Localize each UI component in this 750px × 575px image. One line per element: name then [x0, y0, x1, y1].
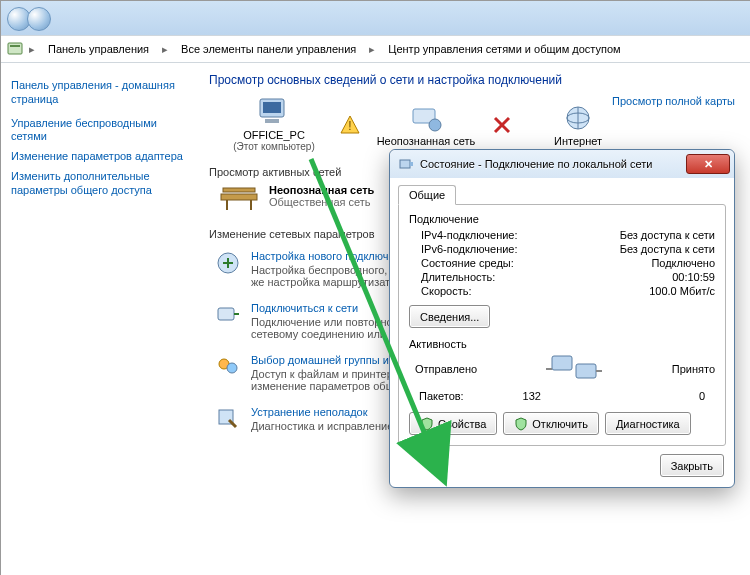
group-activity: Активность Отправлено Принято Пакетов: 1…: [409, 338, 715, 402]
map-node-this-pc[interactable]: OFFICE_PC (Этот компьютер): [219, 97, 329, 152]
kv-duration: Длительность:00:10:59: [421, 271, 715, 283]
kv-speed: Скорость:100.0 Мбит/с: [421, 285, 715, 297]
breadcrumb-seg-3[interactable]: Центр управления сетями и общим доступом: [381, 40, 627, 58]
breadcrumb-seg-1[interactable]: Панель управления: [41, 40, 156, 58]
view-full-map-link[interactable]: Просмотр полной карты: [612, 95, 735, 107]
map-link-warning: !: [339, 114, 361, 136]
sent-label: Отправлено: [415, 363, 477, 375]
map-link-error: [491, 115, 513, 135]
dialog-titlebar[interactable]: Состояние - Подключение по локальной сет…: [390, 150, 734, 178]
sidebar-item-wireless[interactable]: Управление беспроводными сетями: [11, 117, 191, 145]
warning-icon: !: [339, 114, 361, 136]
disable-button[interactable]: Отключить: [503, 412, 599, 435]
svg-rect-0: [8, 43, 22, 54]
chevron-right-icon: ▸: [27, 43, 37, 56]
forward-button[interactable]: [27, 7, 51, 31]
active-network-type[interactable]: Общественная сеть: [269, 196, 374, 208]
svg-rect-3: [263, 102, 281, 113]
nav-back-forward[interactable]: [7, 7, 51, 31]
adapter-icon: [398, 156, 414, 172]
chevron-right-icon: ▸: [367, 43, 377, 56]
globe-icon: [561, 103, 595, 133]
bench-icon: [219, 184, 259, 214]
svg-point-8: [429, 119, 441, 131]
sidebar: Панель управления - домашняя страница Уп…: [1, 63, 195, 575]
kv-ipv6: IPv6-подключение:Без доступа к сети: [421, 243, 715, 255]
active-network-name[interactable]: Неопознанная сеть: [269, 184, 374, 196]
recv-label: Принято: [672, 363, 715, 375]
computer-icon: [257, 97, 291, 127]
homegroup-icon: [215, 354, 241, 380]
window-titlebar: [1, 1, 750, 35]
control-panel-icon: [7, 41, 23, 57]
svg-rect-14: [221, 194, 257, 200]
map-node-label: Интернет: [554, 135, 602, 147]
close-dialog-button[interactable]: Закрыть: [660, 454, 724, 477]
page-title: Просмотр основных сведений о сети и наст…: [209, 73, 737, 87]
link[interactable]: Подключиться к сети: [251, 302, 358, 314]
group-heading: Подключение: [409, 213, 715, 225]
network-icon: [409, 103, 443, 133]
packets-label: Пакетов:: [419, 390, 464, 402]
chevron-right-icon: ▸: [160, 43, 170, 56]
button-label: Отключить: [532, 418, 588, 430]
svg-rect-19: [218, 308, 234, 320]
group-connection: Подключение IPv4-подключение:Без доступа…: [409, 213, 715, 328]
packets-sent: 132: [523, 390, 541, 402]
svg-rect-26: [576, 364, 596, 378]
svg-text:!: !: [348, 119, 351, 133]
details-button[interactable]: Сведения...: [409, 305, 490, 328]
sidebar-item-adapter[interactable]: Изменение параметров адаптера: [11, 150, 191, 164]
svg-rect-25: [552, 356, 572, 370]
sidebar-item-sharing[interactable]: Изменить дополнительные параметры общего…: [11, 170, 191, 198]
map-node-unknown-net[interactable]: Неопознанная сеть: [371, 103, 481, 147]
activity-monitors-icon: [546, 354, 602, 384]
dialog-title: Состояние - Подключение по локальной сет…: [420, 158, 680, 170]
properties-button[interactable]: Свойства: [409, 412, 497, 435]
svg-rect-4: [265, 119, 279, 123]
kv-media: Состояние среды:Подключено: [421, 257, 715, 269]
link[interactable]: Устранение неполадок: [251, 406, 368, 418]
error-x-icon: [492, 115, 512, 135]
tab-general[interactable]: Общие: [398, 185, 456, 205]
troubleshoot-icon: [215, 406, 241, 432]
svg-rect-17: [223, 188, 255, 192]
map-node-sublabel: (Этот компьютер): [233, 141, 314, 152]
svg-point-21: [227, 363, 237, 373]
svg-rect-23: [400, 160, 410, 168]
shield-icon: [420, 417, 434, 431]
map-node-internet[interactable]: Интернет: [523, 103, 633, 147]
map-node-label: OFFICE_PC: [243, 129, 305, 141]
status-dialog: Состояние - Подключение по локальной сет…: [389, 149, 735, 488]
close-button[interactable]: ✕: [686, 154, 730, 174]
packets-recv: 0: [699, 390, 705, 402]
shield-icon: [514, 417, 528, 431]
close-icon: ✕: [704, 158, 713, 171]
sidebar-home-link[interactable]: Панель управления - домашняя страница: [11, 79, 191, 107]
svg-rect-1: [10, 45, 20, 47]
dialog-tabs: Общие: [390, 178, 734, 204]
breadcrumb-seg-2[interactable]: Все элементы панели управления: [174, 40, 363, 58]
connect-icon: [215, 302, 241, 328]
new-connection-icon: [215, 250, 241, 276]
breadcrumb: ▸ Панель управления ▸ Все элементы панел…: [1, 35, 750, 63]
kv-ipv4: IPv4-подключение:Без доступа к сети: [421, 229, 715, 241]
svg-rect-24: [410, 162, 413, 166]
button-label: Свойства: [438, 418, 486, 430]
group-heading: Активность: [409, 338, 715, 350]
map-node-label: Неопознанная сеть: [377, 135, 476, 147]
diagnostics-button[interactable]: Диагностика: [605, 412, 691, 435]
